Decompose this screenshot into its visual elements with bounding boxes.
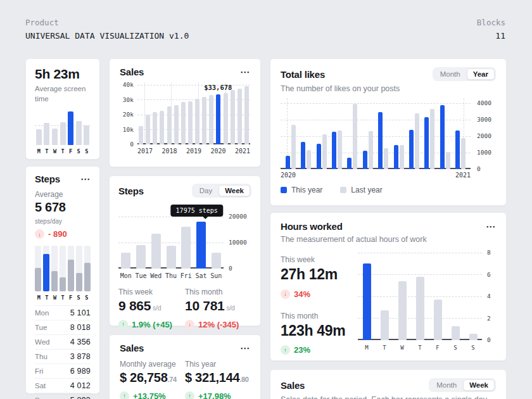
y-axis: 40003000200010000 <box>477 98 496 169</box>
bar-group <box>317 134 327 169</box>
stat-this-month: This month 10 781s/d ↓ 12% (-345) <box>185 288 251 329</box>
trend-badge: ↓ 34% <box>281 289 310 299</box>
axis-tick-label: Tue <box>134 272 149 279</box>
step-bar <box>76 246 82 291</box>
bar-last-year <box>307 150 311 169</box>
bar <box>224 93 228 144</box>
bar-group <box>455 130 466 169</box>
trend-arrow-icon: ↓ <box>185 320 194 329</box>
bar-group <box>332 130 342 169</box>
trend-badge: ↑ 23% <box>281 345 310 355</box>
y-axis-tick-label: 0 <box>477 166 481 172</box>
screen-time-label: Average screen time <box>35 84 91 104</box>
period-toggle[interactable]: MonthWeek <box>429 378 496 392</box>
axis-tick-label: T <box>411 345 429 351</box>
card-title: Steps <box>35 174 60 184</box>
bar-last-year <box>461 138 466 169</box>
legend-item-this-year: This year <box>281 186 322 194</box>
axis-tick-label: T <box>59 294 67 301</box>
axis-tick-label: F <box>66 148 75 155</box>
axis-tick-label: W <box>51 294 59 301</box>
bar-this-year <box>424 117 429 169</box>
axis-tick-label: 2019 <box>186 148 201 155</box>
bar-last-year <box>291 125 296 169</box>
bar <box>36 129 42 145</box>
y-axis-tick-label: 8 <box>487 250 491 256</box>
bar-group <box>440 105 450 169</box>
more-menu-icon[interactable]: ⋯ <box>80 176 91 182</box>
bar <box>452 326 460 340</box>
total-likes-card: Total likes MonthYear The number of like… <box>270 58 507 206</box>
y-axis-tick-label: 2000 <box>477 133 491 139</box>
hours-worked-card: Hours worked ⋯ The measurement of actual… <box>270 212 507 361</box>
trend-arrow-icon: ↓ <box>35 229 44 239</box>
trend-badge: ↑ +13.75% <box>120 391 166 399</box>
bar-last-year <box>353 104 357 169</box>
stat-this-week: This week 27h 12m ↓ 34% <box>281 255 358 299</box>
toggle-option-week[interactable]: Week <box>218 185 250 196</box>
axis-tick-label: T <box>376 345 393 351</box>
axis-tick-label: T <box>43 148 51 155</box>
bar <box>188 101 193 144</box>
y-axis: 40k30k20k10k0 <box>120 82 134 144</box>
toggle-option-week[interactable]: Week <box>463 379 495 391</box>
axis-tick-label: 2020 <box>210 148 225 155</box>
bar <box>153 112 157 144</box>
card-subtitle: The measurement of actual hours of work <box>281 235 496 244</box>
axis-tick-label: W <box>393 345 411 351</box>
toggle-option-month[interactable]: Month <box>434 68 467 80</box>
sales-summary-card: Sales ⋯ Monthly average $ 26,758.74 ↑ +1… <box>109 334 261 399</box>
toggle-option-day[interactable]: Day <box>193 185 218 196</box>
bar <box>76 121 82 145</box>
trend-badge: ↓ 12% (-345) <box>185 320 239 329</box>
toggle-option-year[interactable]: Year <box>467 68 495 80</box>
more-menu-icon[interactable]: ⋯ <box>486 224 496 230</box>
y-axis-tick-label: 4000 <box>477 100 491 106</box>
year-axis: 20202021 <box>281 172 471 179</box>
year-axis: 20172018201920202021 <box>137 148 250 155</box>
more-menu-icon[interactable]: ⋯ <box>240 69 250 75</box>
stat-this-month: This month 123h 49m ↑ 23% <box>281 312 358 355</box>
y-axis-tick-label: 0 <box>487 337 491 343</box>
trend-arrow-icon: ↑ <box>185 391 194 399</box>
axis-tick-label: S <box>446 345 464 351</box>
period-toggle[interactable]: DayWeek <box>192 184 251 198</box>
trend-arrow-icon: ↑ <box>281 345 290 355</box>
axis-tick-label: M <box>35 148 43 155</box>
step-bar <box>68 246 74 291</box>
card-title: Hours worked <box>281 221 343 232</box>
axis-tick-label: M <box>358 345 376 351</box>
more-menu-icon[interactable]: ⋯ <box>240 345 250 352</box>
axis-tick-label: S <box>82 148 91 155</box>
steps-day-table: Mon5 101Tue8 018Wed4 356Thu3 878Fri6 989… <box>35 305 91 399</box>
axis-tick-label: T <box>43 294 51 301</box>
day-row: Sun5 893 <box>35 393 91 399</box>
day-row: Sat4 012 <box>35 378 91 393</box>
total-likes-chart <box>281 98 471 169</box>
weekday-axis: MTWTFSS <box>358 345 482 351</box>
header-meta-value: 11 <box>477 31 505 41</box>
bar <box>174 105 179 144</box>
sales-history-card: Sales ⋯ 40k30k20k10k0 $33,678 2017201820… <box>109 58 261 167</box>
bar <box>136 245 146 269</box>
card-title: Sales <box>281 380 305 391</box>
bar-highlighted <box>196 222 206 269</box>
bar <box>146 115 150 144</box>
screen-time-chart <box>35 110 91 145</box>
trend-badge: ↓ - 890 <box>35 229 67 239</box>
dashboard: Product UNIVERSAL DATA VISUALIZATION v1.… <box>0 0 532 399</box>
axis-tick-label: 2017 <box>137 148 153 155</box>
card-title: Total likes <box>281 69 325 80</box>
toggle-option-month[interactable]: Month <box>430 379 463 391</box>
highlighted-bar-value: $33,678 <box>204 84 232 91</box>
trend-arrow-icon: ↑ <box>118 320 128 329</box>
y-axis-tick-label: 10k <box>123 127 134 133</box>
bar-this-year <box>347 158 352 169</box>
step-bar <box>43 246 49 291</box>
y-axis: 86420 <box>487 248 496 340</box>
chart-legend: This year Last year <box>281 186 496 194</box>
bar-this-year <box>301 142 305 169</box>
header-meta-label: Blocks <box>477 18 505 27</box>
period-toggle[interactable]: MonthYear <box>433 67 496 81</box>
screen-time-value: 5h 23m <box>35 66 91 82</box>
